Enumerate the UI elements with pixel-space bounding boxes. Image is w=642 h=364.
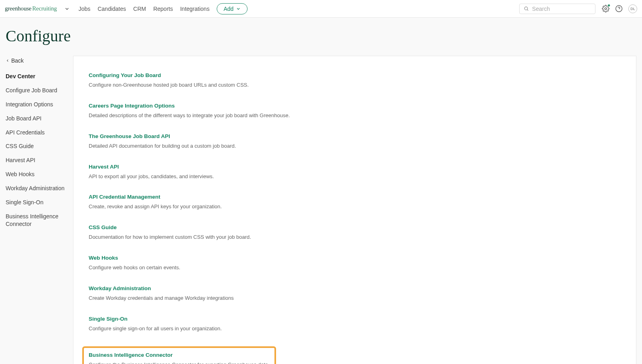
sidebar-item[interactable]: Job Board API <box>6 115 70 122</box>
avatar[interactable]: DL <box>628 4 637 13</box>
chevron-down-icon <box>236 6 241 11</box>
avatar-initials: DL <box>630 7 635 11</box>
chevron-left-icon <box>6 59 10 63</box>
entry-description: Documentation for how to implement custo… <box>89 234 621 241</box>
nav-link-integrations[interactable]: Integrations <box>180 6 209 12</box>
content-card: Configuring Your Job BoardConfigure non-… <box>73 56 636 364</box>
sidebar: Back Dev CenterConfigure Job BoardIntegr… <box>6 56 70 228</box>
search-icon <box>524 6 529 12</box>
entry-title-link[interactable]: Careers Page Integration Options <box>89 103 621 109</box>
entry-title-link[interactable]: The Greenhouse Job Board API <box>89 133 621 139</box>
top-nav: greenhouse Recruiting Jobs Candidates CR… <box>0 0 642 18</box>
entry-description: API to export all your jobs, candidates,… <box>89 173 621 181</box>
sidebar-item[interactable]: Business Intelligence Connector <box>6 213 70 228</box>
sidebar-item[interactable]: CSS Guide <box>6 142 70 150</box>
sidebar-item[interactable]: Workday Administration <box>6 185 70 192</box>
entry-title-link[interactable]: Business Intelligence Connector <box>89 352 270 358</box>
sidebar-item[interactable]: Dev Center <box>6 73 70 80</box>
svg-point-3 <box>616 6 622 12</box>
entry-description: Create, revoke and assign API keys for y… <box>89 203 621 211</box>
nav-link-crm[interactable]: CRM <box>133 6 146 12</box>
entry: Configuring Your Job BoardConfigure non-… <box>89 72 621 89</box>
page-title: Configure <box>0 18 642 56</box>
entry-title-link[interactable]: Web Hooks <box>89 255 621 261</box>
nav-links: Jobs Candidates CRM Reports Integrations <box>79 6 210 12</box>
entry: Workday AdministrationCreate Workday cre… <box>89 285 621 302</box>
entry: Business Intelligence ConnectorConfigure… <box>82 346 276 364</box>
layout: Back Dev CenterConfigure Job BoardIntegr… <box>0 56 642 364</box>
nav-link-candidates[interactable]: Candidates <box>98 6 126 12</box>
search-input-wrap[interactable] <box>519 4 595 14</box>
svg-point-2 <box>605 8 607 10</box>
entry-description: Configure non-Greenhouse hosted job boar… <box>89 81 621 89</box>
sidebar-item[interactable]: Single Sign-On <box>6 199 70 206</box>
entry-description: Detailed descriptions of the different w… <box>89 112 621 120</box>
entry-title-link[interactable]: CSS Guide <box>89 224 621 230</box>
entry-description: Configure the Business Intelligence Conn… <box>89 361 270 364</box>
back-label: Back <box>11 57 24 64</box>
logo-word-2: Recruiting <box>32 5 57 12</box>
nav-link-reports[interactable]: Reports <box>153 6 173 12</box>
sidebar-item[interactable]: Integration Options <box>6 101 70 108</box>
entry-title-link[interactable]: Harvest API <box>89 164 621 170</box>
entry: Careers Page Integration OptionsDetailed… <box>89 103 621 120</box>
notification-dot <box>607 4 610 7</box>
top-right-icons: DL <box>602 4 637 13</box>
add-button-label: Add <box>223 6 234 12</box>
sidebar-item[interactable]: Web Hooks <box>6 171 70 178</box>
settings-button[interactable] <box>602 5 609 12</box>
entry: CSS GuideDocumentation for how to implem… <box>89 224 621 241</box>
entry-title-link[interactable]: Configuring Your Job Board <box>89 72 621 78</box>
chevron-down-icon[interactable] <box>64 6 70 12</box>
help-icon <box>615 5 623 12</box>
entry-description: Configure single sign-on for all users i… <box>89 325 621 333</box>
entry: API Credential ManagementCreate, revoke … <box>89 194 621 211</box>
svg-line-1 <box>527 10 528 10</box>
entry-title-link[interactable]: Single Sign-On <box>89 316 621 322</box>
sidebar-item[interactable]: Configure Job Board <box>6 87 70 94</box>
entries-list: Configuring Your Job BoardConfigure non-… <box>89 72 621 364</box>
add-button[interactable]: Add <box>217 3 248 14</box>
logo-word-1: greenhouse <box>5 5 31 12</box>
entry: Web HooksConfigure web hooks on certain … <box>89 255 621 272</box>
sidebar-item[interactable]: API Credentials <box>6 129 70 136</box>
entry-title-link[interactable]: Workday Administration <box>89 285 621 291</box>
svg-point-0 <box>524 7 528 10</box>
logo[interactable]: greenhouse Recruiting <box>5 5 57 12</box>
help-button[interactable] <box>615 5 623 12</box>
entry-description: Configure web hooks on certain events. <box>89 264 621 272</box>
entry-description: Create Workday credentials and manage Wo… <box>89 295 621 302</box>
nav-link-jobs[interactable]: Jobs <box>79 6 91 12</box>
entry-title-link[interactable]: API Credential Management <box>89 194 621 200</box>
entry: Harvest APIAPI to export all your jobs, … <box>89 164 621 181</box>
sidebar-items: Dev CenterConfigure Job BoardIntegration… <box>6 73 70 228</box>
entry-description: Detailed API documentation for building … <box>89 142 621 150</box>
sidebar-item[interactable]: Harvest API <box>6 157 70 164</box>
entry: The Greenhouse Job Board APIDetailed API… <box>89 133 621 150</box>
back-link[interactable]: Back <box>6 57 70 64</box>
search-input[interactable] <box>532 6 591 12</box>
entry: Single Sign-OnConfigure single sign-on f… <box>89 316 621 333</box>
